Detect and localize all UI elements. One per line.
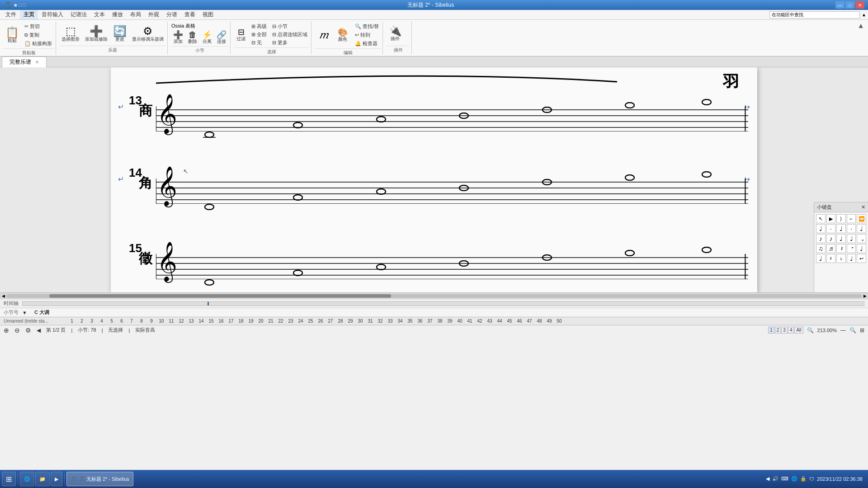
- keypad-note-7[interactable]: ♩: [847, 234, 856, 243]
- page-2-btn[interactable]: 2: [775, 327, 781, 333]
- whole-note-14-2[interactable]: [293, 194, 303, 202]
- keypad-note-1[interactable]: ♩: [816, 224, 826, 233]
- keypad-note-12[interactable]: ♩: [816, 254, 826, 263]
- tray-arrow[interactable]: ◀: [766, 476, 769, 482]
- keypad-note-2[interactable]: ♩: [836, 224, 846, 233]
- keypad-rest-1[interactable]: 𝄽: [836, 244, 846, 253]
- paste-button[interactable]: 📋 粘贴: [4, 26, 21, 44]
- status-arrow[interactable]: ◀: [37, 327, 41, 333]
- zoom-slider[interactable]: —: [840, 327, 846, 333]
- ribbon-expand[interactable]: ▲: [857, 22, 864, 30]
- change-button[interactable]: 🔄 更改: [111, 25, 128, 43]
- dynamic-button[interactable]: 𝑚: [315, 29, 332, 41]
- select-none-button[interactable]: ⊟ 无: [250, 39, 269, 47]
- select-more-button[interactable]: ⊟ 更多: [270, 39, 309, 47]
- copy-button[interactable]: ⧉ 复制: [23, 31, 54, 39]
- taskbar-sibelius[interactable]: 🎵 🎵 无标题 2* - Sibelius: [66, 472, 133, 486]
- menu-file[interactable]: 文件: [2, 10, 20, 19]
- color-button[interactable]: 🎨 颜色: [334, 28, 351, 43]
- scrollbar-track[interactable]: [6, 294, 862, 298]
- whole-note-13-2[interactable]: [293, 122, 303, 130]
- timeline-track[interactable]: [22, 301, 864, 306]
- whole-note-13-4[interactable]: [459, 113, 469, 121]
- start-button[interactable]: ⊞: [2, 472, 16, 486]
- select-full-score-button[interactable]: ⊟ 总谱连续区域: [270, 31, 309, 38]
- ribbon-collapse[interactable]: ▲: [862, 12, 866, 17]
- whole-note-14-4[interactable]: [459, 185, 469, 193]
- page-3-btn[interactable]: 3: [781, 327, 788, 333]
- select-all-button[interactable]: ⊞ 高级: [250, 23, 269, 30]
- status-settings[interactable]: ⚙: [25, 327, 31, 334]
- whole-note-13-6[interactable]: [625, 102, 635, 110]
- taskbar-ie[interactable]: 🌐: [20, 472, 34, 486]
- whole-note-15-7[interactable]: [702, 247, 712, 255]
- keypad-dot-2[interactable]: ·: [847, 224, 856, 233]
- keypad-note-4[interactable]: ♪: [816, 234, 826, 243]
- paste-shape-button[interactable]: 📋 粘接构形: [23, 40, 54, 47]
- whole-note-13-3[interactable]: [376, 116, 386, 124]
- whole-note-14-3[interactable]: [376, 188, 386, 197]
- filter-button[interactable]: ⊟ 过滤: [234, 27, 248, 42]
- whole-note-15-4[interactable]: [459, 260, 469, 268]
- keypad-rest-2[interactable]: 𝄼: [847, 244, 856, 253]
- ribbon-search[interactable]: [769, 11, 860, 19]
- keypad-sharp[interactable]: ♯: [826, 254, 836, 263]
- measure-dropdown[interactable]: ▼: [22, 310, 27, 315]
- add-measure-button[interactable]: ➕ 添加: [171, 30, 185, 45]
- maximize-button[interactable]: □: [845, 1, 854, 9]
- keypad-note-9[interactable]: ♫: [816, 244, 826, 253]
- delete-measure-button[interactable]: 🗑 删除: [186, 30, 199, 45]
- add-remove-button[interactable]: ➕ 添加或修除: [83, 25, 109, 43]
- select-shape-button[interactable]: ⬚ 选择图形: [60, 25, 81, 43]
- plugin-button[interactable]: 🔌 插件: [387, 25, 404, 42]
- keypad-note-13[interactable]: ♩: [847, 254, 856, 263]
- menu-view[interactable]: 视图: [199, 10, 217, 19]
- scroll-left-btn[interactable]: ◀: [0, 294, 6, 298]
- whole-note-14-6[interactable]: [625, 174, 635, 183]
- full-score-tab[interactable]: 完整乐谱 ✕: [2, 56, 47, 67]
- menu-layout[interactable]: 布局: [127, 10, 145, 19]
- minimize-button[interactable]: —: [835, 1, 844, 9]
- close-button[interactable]: ✕: [855, 1, 864, 9]
- keypad-note-6[interactable]: ♩: [836, 234, 846, 243]
- tab-close-icon[interactable]: ✕: [35, 60, 39, 65]
- menu-home[interactable]: 主页: [20, 10, 38, 19]
- whole-note-15-5[interactable]: [542, 254, 552, 263]
- taskbar-explorer[interactable]: 📁: [35, 472, 50, 486]
- keypad-arrow[interactable]: ↩: [857, 254, 866, 263]
- keypad-note-3[interactable]: ♩: [857, 224, 866, 233]
- split-button[interactable]: ⚡ 分离: [200, 30, 214, 45]
- menu-playback[interactable]: 播放: [108, 10, 127, 19]
- keypad-btn-accent[interactable]: ⟩: [836, 214, 846, 223]
- page-all-btn[interactable]: All: [794, 327, 803, 333]
- menu-appearance[interactable]: 外观: [145, 10, 163, 19]
- zoom-in-icon[interactable]: 🔍: [849, 327, 856, 333]
- keypad-note-10[interactable]: ♬: [826, 244, 836, 253]
- find-button[interactable]: 🔍 查找/替: [353, 23, 381, 30]
- keypad-btn-tenuto[interactable]: ⌐: [847, 214, 856, 223]
- page-4-btn[interactable]: 4: [788, 327, 794, 333]
- scroll-right-btn[interactable]: ▶: [862, 294, 868, 298]
- keypad-btn-play[interactable]: ▶: [826, 214, 836, 223]
- keypad-btn-cursor[interactable]: ↖: [816, 214, 826, 223]
- whole-note-15-1[interactable]: [204, 279, 214, 287]
- whole-note-13-7[interactable]: [702, 99, 712, 107]
- fit-width[interactable]: ⊞: [860, 327, 864, 333]
- horizontal-scrollbar[interactable]: ◀ ▶: [0, 292, 868, 299]
- taskbar-wmp[interactable]: ▶: [51, 472, 62, 486]
- inspector-button[interactable]: 🔔 检查器: [353, 40, 381, 47]
- keypad-btn-staccato[interactable]: ⏪: [857, 214, 866, 223]
- keypad-dot-1[interactable]: ·: [826, 224, 836, 233]
- menu-notation[interactable]: 记谱法: [67, 10, 90, 19]
- whole-note-14-5[interactable]: [542, 179, 552, 187]
- status-remove[interactable]: ⊖: [14, 327, 20, 334]
- keypad-note-11[interactable]: ♩: [857, 244, 866, 253]
- expand-arrow-13[interactable]: ↵: [118, 103, 124, 111]
- keypad-note-5[interactable]: ♪: [826, 234, 836, 243]
- select-full-button[interactable]: ⊞ 全部: [250, 31, 269, 38]
- whole-note-15-2[interactable]: [293, 270, 303, 278]
- cut-button[interactable]: ✂ 剪切: [23, 23, 54, 30]
- keypad-note-8[interactable]: 𝅗: [857, 234, 866, 243]
- whole-note-13-5[interactable]: [542, 107, 552, 115]
- scrollbar-thumb[interactable]: [49, 294, 392, 298]
